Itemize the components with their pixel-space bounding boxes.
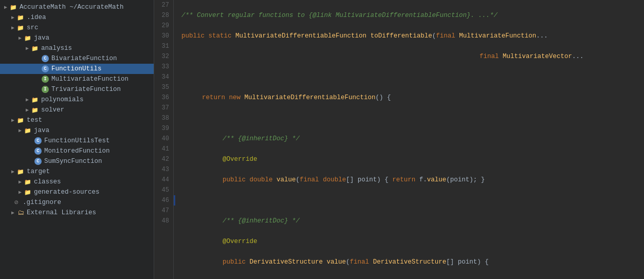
folder-icon-src: 📁	[16, 24, 25, 32]
label-java2: java	[34, 127, 49, 134]
tree-item-trivariate[interactable]: I TrivariateFunction	[0, 84, 154, 95]
gitignore-icon: ⊘	[12, 198, 21, 207]
tree-item-java[interactable]: ▶ 📁 java	[0, 33, 154, 43]
class-icon-sumsync: C	[34, 157, 42, 165]
arrow-idea: ▶	[9, 14, 16, 21]
file-tree[interactable]: ▶ 📁 AccurateMath ~/AccurateMath ▶ 📁 .ide…	[0, 0, 154, 279]
code-line-37: /** {@inheritDoc} */	[181, 216, 638, 226]
class-icon-bivariate: C	[41, 54, 49, 63]
arrow-test: ▶	[9, 117, 16, 123]
folder-icon-analysis: 📁	[31, 44, 39, 52]
tree-item-monitored[interactable]: C MonitoredFunction	[0, 146, 154, 156]
label-functionutils: FunctionUtils	[51, 65, 102, 72]
tree-item-functionutils[interactable]: C FunctionUtils	[0, 64, 154, 74]
arrow-polynomials: ▶	[24, 97, 31, 103]
folder-icon-idea: 📁	[16, 13, 25, 22]
label-bivariate: BivariateFunction	[51, 55, 117, 62]
label-target: target	[27, 168, 50, 175]
tree-item-sumsync[interactable]: C SumSyncFunction	[0, 156, 154, 166]
tree-item-bivariate[interactable]: C BivariateFunction	[0, 53, 154, 64]
label-trivariate: TrivariateFunction	[51, 86, 121, 93]
code-line-38: @Override	[181, 236, 638, 247]
folder-icon-classes: 📁	[24, 178, 32, 186]
code-line-39: public DerivativeStructure value(final D…	[181, 257, 638, 267]
label-analysis: analysis	[41, 45, 72, 52]
tree-item-solver[interactable]: ▶ 📁 solver	[0, 105, 154, 115]
tree-item-multivariate[interactable]: I MultivariateFunction	[0, 74, 154, 84]
label-sumsync: SumSyncFunction	[44, 158, 102, 165]
tree-item-idea[interactable]: ▶ 📁 .idea	[0, 12, 154, 23]
tree-item-java2[interactable]: ▶ 📁 java	[0, 125, 154, 136]
folder-icon-target: 📁	[16, 168, 25, 176]
class-icon-monitored: C	[34, 147, 42, 155]
tree-item-test[interactable]: ▶ 📁 test	[0, 115, 154, 125]
code-line-29: final MultivariateVector...	[181, 51, 638, 62]
arrow-java2: ▶	[16, 127, 24, 134]
code-line-31: return new MultivariateDifferentiableFun…	[181, 92, 638, 103]
code-content[interactable]: /** Convert regular functions to {@link …	[175, 0, 644, 279]
interface-icon-multivariate: I	[41, 75, 49, 83]
code-line-36	[181, 195, 638, 206]
line-numbers: 27 28 29 30 31 32 33 34 35 36 37 38 39 4…	[154, 0, 174, 279]
tree-item-extlibs[interactable]: ▶ 🗂 External Libraries	[0, 208, 154, 218]
arrow-generated: ▶	[16, 189, 24, 195]
tree-item-analysis[interactable]: ▶ 📁 analysis	[0, 43, 154, 53]
label-src: src	[27, 24, 39, 31]
arrow-java: ▶	[16, 35, 24, 41]
folder-icon-java: 📁	[24, 34, 32, 42]
label-gitignore: .gitignore	[23, 199, 61, 206]
tree-item-src[interactable]: ▶ 📁 src	[0, 23, 154, 33]
tree-item-classes[interactable]: ▶ 📁 classes	[0, 177, 154, 187]
class-icon-futtest: C	[34, 137, 42, 145]
label-polynomials: polynomials	[41, 96, 84, 103]
code-line-35: public double value(final double[] point…	[181, 175, 638, 185]
folder-icon-java2: 📁	[24, 126, 32, 135]
tree-item-functionutilstest[interactable]: C FunctionUtilsTest	[0, 136, 154, 146]
folder-icon-test: 📁	[16, 116, 25, 124]
code-line-32	[181, 113, 638, 123]
label-java: java	[34, 34, 49, 42]
class-icon-functionutils: C	[41, 65, 49, 73]
label-test: test	[27, 117, 42, 124]
code-editor: 27 28 29 30 31 32 33 34 35 36 37 38 39 4…	[154, 0, 644, 279]
arrow-root: ▶	[2, 4, 9, 10]
label-extlibs: External Libraries	[27, 209, 96, 216]
code-line-30	[181, 72, 638, 82]
label-futtest: FunctionUtilsTest	[44, 137, 110, 144]
folder-icon-generated: 📁	[24, 188, 32, 196]
label-monitored: MonitoredFunction	[44, 147, 110, 155]
tree-item-generated[interactable]: ▶ 📁 generated-sources	[0, 187, 154, 197]
arrow-src: ▶	[9, 25, 16, 31]
tree-item-polynomials[interactable]: ▶ 📁 polynomials	[0, 95, 154, 105]
arrow-target: ▶	[9, 169, 16, 175]
folder-icon-polynomials: 📁	[31, 96, 39, 104]
arrow-solver: ▶	[24, 107, 31, 113]
tree-item-target[interactable]: ▶ 📁 target	[0, 166, 154, 177]
label-generated: generated-sources	[34, 189, 100, 196]
tree-item-root[interactable]: ▶ 📁 AccurateMath ~/AccurateMath	[0, 2, 154, 12]
arrow-analysis: ▶	[24, 45, 31, 51]
label-multivariate: MultivariateFunction	[51, 76, 128, 83]
folder-icon-solver: 📁	[31, 106, 39, 114]
libs-icon: 🗂	[16, 209, 25, 217]
code-line-33: /** {@inheritDoc} */	[181, 134, 638, 144]
label-classes: classes	[34, 178, 61, 185]
code-line-28: public static MultivariateDifferentiable…	[181, 31, 638, 41]
label-idea: .idea	[27, 14, 46, 21]
tree-item-gitignore[interactable]: ⊘ .gitignore	[0, 197, 154, 208]
interface-icon-trivariate: I	[41, 85, 49, 94]
code-line-34: @Override	[181, 154, 638, 164]
folder-icon-root: 📁	[9, 3, 17, 11]
arrow-classes: ▶	[16, 179, 24, 185]
code-line-27: /** Convert regular functions to {@link …	[181, 10, 638, 21]
label-solver: solver	[41, 106, 64, 114]
arrow-extlibs: ▶	[9, 210, 16, 216]
label-root: AccurateMath ~/AccurateMath	[20, 4, 124, 11]
